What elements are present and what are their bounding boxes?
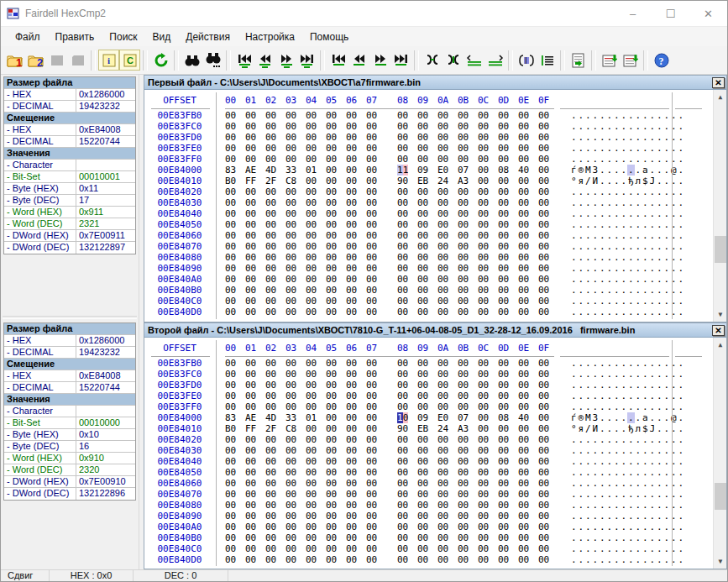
hex-byte[interactable]: 00	[478, 252, 498, 263]
hex-byte[interactable]: 00	[285, 219, 306, 230]
hex-byte[interactable]: 00	[397, 380, 417, 391]
hex-byte[interactable]: 00	[498, 380, 518, 391]
hex-byte[interactable]: 00	[498, 230, 518, 241]
hex-byte[interactable]: 00	[245, 456, 265, 467]
hex-byte[interactable]: 00	[478, 165, 498, 176]
hex-byte[interactable]: 00	[518, 358, 538, 369]
hex-byte[interactable]: 00	[458, 489, 478, 500]
hex-byte[interactable]: 00	[225, 532, 245, 543]
hex-byte[interactable]: 00	[518, 263, 538, 274]
hex-byte[interactable]: 00	[326, 186, 346, 197]
hex-byte[interactable]: 00	[346, 489, 366, 500]
hex-byte[interactable]: 08	[498, 165, 518, 176]
ascii-column[interactable]: °я/И....ђл$Ј....	[570, 176, 684, 186]
hex-byte[interactable]: 00	[458, 110, 478, 121]
report-button[interactable]	[568, 50, 589, 71]
ascii-column[interactable]: ѓ®M3......а...@.	[570, 412, 684, 423]
hex-byte[interactable]: 00	[478, 274, 498, 285]
hex-byte[interactable]: C8	[285, 176, 306, 186]
hex-byte[interactable]: 00	[397, 478, 417, 489]
hex-byte[interactable]: 00	[538, 489, 558, 500]
hex-byte[interactable]: 00	[366, 165, 386, 176]
hex-byte[interactable]: 00	[538, 176, 558, 186]
hex-byte[interactable]: 00	[346, 285, 366, 296]
hex-byte[interactable]: 00	[397, 369, 417, 380]
hex-byte[interactable]: 00	[245, 219, 265, 230]
hex-byte[interactable]: 00	[458, 197, 478, 208]
hex-byte[interactable]: 00	[518, 478, 538, 489]
hex-byte[interactable]: 00	[498, 434, 518, 445]
hex-byte[interactable]: 00	[225, 285, 245, 296]
hex-byte[interactable]: 4D	[265, 412, 285, 423]
hex-byte[interactable]: 00	[346, 369, 366, 380]
hex-byte[interactable]: 00	[265, 445, 285, 456]
hex-byte[interactable]: 00	[518, 208, 538, 219]
hex-byte[interactable]: 00	[285, 380, 306, 391]
previous-byte-difference-button[interactable]	[348, 50, 369, 71]
hex-byte[interactable]: 00	[285, 307, 306, 317]
next-byte-difference-button[interactable]	[369, 50, 390, 71]
hex-byte[interactable]: 00	[437, 197, 458, 208]
hex-byte[interactable]: 00	[326, 543, 346, 554]
hex-byte[interactable]: 00	[498, 467, 518, 478]
hex-byte[interactable]: 00	[366, 176, 386, 186]
hex-byte[interactable]: 00	[478, 532, 498, 543]
hex-byte[interactable]: 00	[478, 132, 498, 143]
hex-byte[interactable]: FF	[245, 423, 265, 434]
ascii-column[interactable]: ................	[570, 241, 684, 252]
hex-byte[interactable]: 00	[326, 511, 346, 522]
hex-byte[interactable]: 00	[366, 467, 386, 478]
hex-byte[interactable]: 00	[326, 467, 346, 478]
align-top-button[interactable]	[464, 50, 484, 71]
hex-byte[interactable]: 00	[417, 445, 437, 456]
hex-byte[interactable]: 00	[478, 445, 498, 456]
hex-byte[interactable]: 00	[397, 401, 417, 412]
hex-byte[interactable]: 00	[518, 241, 538, 252]
hex-byte[interactable]: 00	[437, 489, 458, 500]
hex-byte[interactable]: 00	[538, 241, 558, 252]
hex-byte[interactable]: 00	[245, 391, 265, 401]
hex-byte[interactable]: 07	[458, 412, 478, 423]
hex-byte[interactable]: 00	[306, 532, 326, 543]
hex-byte[interactable]: 00	[245, 110, 265, 121]
hex-byte[interactable]: 00	[518, 132, 538, 143]
hex-byte[interactable]: 00	[346, 380, 366, 391]
hex-byte[interactable]: 00	[346, 296, 366, 307]
ascii-column[interactable]: ................	[570, 186, 684, 197]
export-second-button[interactable]	[620, 50, 641, 71]
maximize-button[interactable]: ☐	[652, 1, 689, 26]
hex-byte[interactable]: 00	[458, 121, 478, 132]
hex-byte[interactable]: 00	[498, 358, 518, 369]
hex-byte[interactable]: 00	[518, 369, 538, 380]
hex-byte[interactable]: 00	[245, 522, 265, 532]
hex-byte[interactable]: 00	[285, 401, 306, 412]
hex-byte[interactable]: 00	[437, 478, 458, 489]
hex-byte[interactable]: 00	[326, 554, 346, 565]
ascii-column[interactable]: ................	[570, 358, 684, 369]
hex-byte[interactable]: 00	[538, 296, 558, 307]
hex-byte[interactable]: 00	[417, 296, 437, 307]
hex-byte[interactable]: 00	[498, 423, 518, 434]
hex-byte[interactable]: 90	[397, 423, 417, 434]
hex-byte[interactable]: 00	[397, 522, 417, 532]
hex-byte[interactable]: 00	[285, 154, 306, 165]
hex-byte[interactable]: 00	[265, 358, 285, 369]
hex-byte[interactable]: 00	[538, 500, 558, 511]
hex-byte[interactable]: 00	[346, 143, 366, 154]
hex-byte[interactable]: 00	[417, 110, 437, 121]
hex-byte[interactable]: E0	[437, 165, 458, 176]
hex-byte[interactable]: 00	[265, 554, 285, 565]
hex-byte[interactable]: 00	[417, 467, 437, 478]
hex-byte[interactable]: 00	[478, 176, 498, 186]
hex-byte[interactable]: 24	[437, 423, 458, 434]
hex-byte[interactable]: 00	[225, 478, 245, 489]
hex-byte[interactable]: 00	[366, 456, 386, 467]
hex-byte[interactable]: 00	[366, 252, 386, 263]
hex-byte[interactable]: 00	[225, 252, 245, 263]
hex-byte[interactable]: 00	[437, 110, 458, 121]
hex-byte[interactable]: 00	[225, 489, 245, 500]
hex-byte[interactable]: 00	[366, 434, 386, 445]
hex-byte[interactable]: 00	[245, 401, 265, 412]
hex-byte[interactable]: 00	[417, 208, 437, 219]
hex-byte[interactable]: 00	[518, 121, 538, 132]
